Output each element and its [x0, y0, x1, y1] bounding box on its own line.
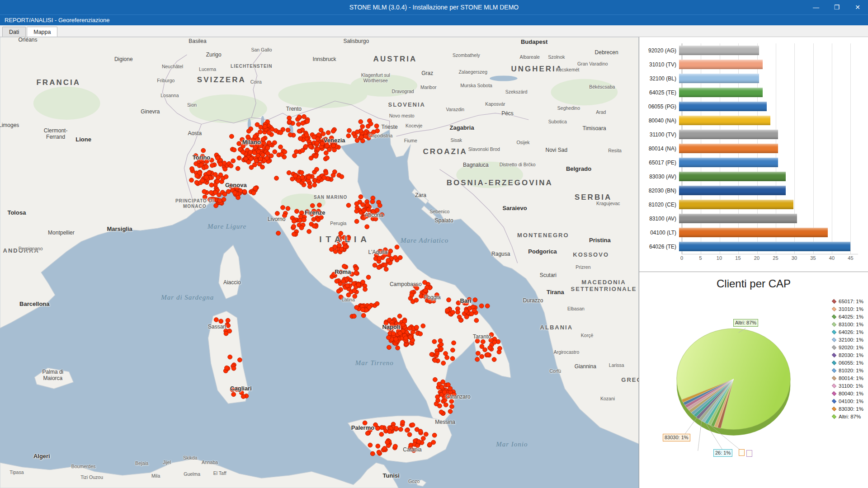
client-dot[interactable] [311, 209, 316, 213]
client-dot[interactable] [424, 432, 428, 436]
client-dot[interactable] [292, 224, 296, 229]
client-dot[interactable] [237, 156, 241, 160]
client-dot[interactable] [273, 150, 277, 154]
client-dot[interactable] [320, 141, 325, 146]
client-dot[interactable] [315, 167, 319, 172]
bar[interactable] [679, 88, 763, 97]
client-dot[interactable] [329, 139, 333, 144]
client-dot[interactable] [486, 352, 490, 357]
client-dot[interactable] [445, 355, 449, 360]
client-dot[interactable] [224, 331, 228, 336]
client-dot[interactable] [213, 172, 217, 177]
bar[interactable] [679, 214, 797, 223]
client-dot[interactable] [317, 203, 321, 207]
client-dot[interactable] [327, 147, 331, 152]
client-dot[interactable] [276, 231, 281, 235]
bar[interactable] [679, 242, 850, 251]
client-dot[interactable] [252, 163, 257, 167]
client-dot[interactable] [301, 121, 305, 126]
client-dot[interactable] [375, 208, 379, 212]
client-dot[interactable] [384, 321, 388, 325]
client-dot[interactable] [360, 307, 365, 312]
client-dot[interactable] [311, 217, 316, 222]
client-dot[interactable] [382, 446, 387, 451]
client-dot[interactable] [361, 313, 366, 318]
client-dot[interactable] [475, 357, 480, 361]
client-dot[interactable] [479, 304, 484, 308]
client-dot[interactable] [246, 160, 251, 164]
client-dot[interactable] [339, 231, 343, 236]
client-dot[interactable] [337, 235, 342, 239]
client-dot[interactable] [288, 132, 292, 137]
client-dot[interactable] [404, 336, 408, 340]
client-dot[interactable] [331, 173, 335, 178]
client-dot[interactable] [230, 387, 235, 392]
client-dot[interactable] [215, 156, 220, 160]
client-dot[interactable] [346, 134, 351, 138]
client-dot[interactable] [204, 175, 209, 179]
client-dot[interactable] [332, 272, 336, 277]
client-dot[interactable] [359, 135, 364, 139]
client-dot[interactable] [366, 207, 371, 212]
client-dot[interactable] [229, 134, 234, 139]
client-dot[interactable] [464, 309, 469, 314]
client-dot[interactable] [391, 331, 396, 336]
client-dot[interactable] [248, 150, 253, 155]
bar[interactable] [679, 60, 763, 69]
client-dot[interactable] [393, 444, 397, 449]
client-dot[interactable] [378, 249, 383, 253]
client-dot[interactable] [218, 162, 223, 166]
client-dot[interactable] [410, 423, 415, 427]
client-dot[interactable] [421, 436, 425, 441]
client-dot[interactable] [345, 283, 349, 288]
client-dot[interactable] [370, 451, 375, 456]
client-dot[interactable] [480, 354, 484, 359]
client-dot[interactable] [447, 298, 451, 302]
client-dot[interactable] [361, 280, 365, 285]
client-dot[interactable] [203, 195, 207, 199]
client-dot[interactable] [475, 339, 480, 343]
client-dot[interactable] [450, 404, 454, 409]
client-dot[interactable] [405, 428, 409, 432]
client-dot[interactable] [324, 151, 328, 155]
client-dot[interactable] [275, 211, 279, 216]
client-dot[interactable] [193, 154, 198, 158]
client-dot[interactable] [415, 286, 419, 291]
client-dot[interactable] [375, 301, 379, 306]
client-dot[interactable] [341, 279, 346, 283]
client-dot[interactable] [385, 440, 390, 445]
client-dot[interactable] [207, 171, 211, 175]
client-dot[interactable] [386, 258, 391, 263]
client-dot[interactable] [353, 294, 357, 299]
client-dot[interactable] [442, 390, 447, 394]
client-dot[interactable] [354, 219, 359, 224]
client-dot[interactable] [253, 186, 258, 191]
client-dot[interactable] [363, 134, 368, 139]
client-dot[interactable] [312, 183, 317, 188]
client-dot[interactable] [376, 444, 380, 448]
tab-dati[interactable]: Dati [2, 27, 26, 37]
client-dot[interactable] [199, 158, 203, 162]
client-dot[interactable] [373, 217, 378, 221]
client-dot[interactable] [339, 247, 344, 252]
client-dot[interactable] [235, 387, 239, 392]
maximize-button[interactable]: ❐ [826, 0, 847, 14]
close-button[interactable]: ✕ [847, 0, 868, 14]
client-dot[interactable] [302, 218, 307, 222]
client-dot[interactable] [435, 395, 440, 399]
client-dot[interactable] [421, 324, 425, 328]
bar[interactable] [679, 116, 770, 125]
client-dot[interactable] [258, 130, 263, 134]
client-dot[interactable] [377, 203, 382, 208]
client-dot[interactable] [333, 245, 337, 249]
client-dot[interactable] [286, 128, 290, 132]
client-dot[interactable] [441, 361, 446, 366]
client-dot[interactable] [443, 352, 448, 356]
client-dot[interactable] [326, 131, 330, 135]
client-dot[interactable] [290, 177, 295, 181]
client-dot[interactable] [370, 199, 375, 204]
client-dot[interactable] [259, 144, 263, 148]
client-dot[interactable] [432, 433, 437, 437]
client-dot[interactable] [434, 402, 439, 406]
client-dot[interactable] [395, 245, 399, 249]
